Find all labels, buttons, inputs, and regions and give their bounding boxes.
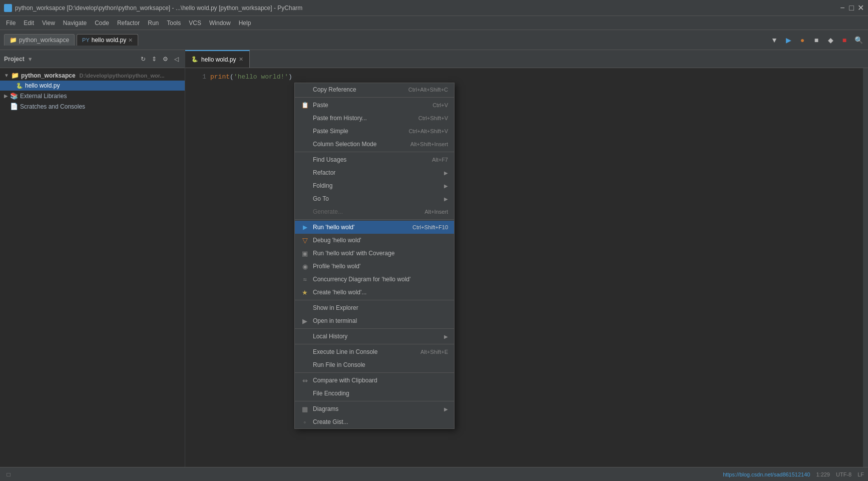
toolbar: 📁 python_worksapce PY hello wold.py ✕ ▼ …: [0, 30, 868, 50]
menu-run[interactable]: Run: [144, 18, 163, 29]
sidebar: Project ▼ ↻ ⇕ ⚙ ◁ ▼ 📁 python_worksapce D…: [0, 50, 185, 467]
close-button[interactable]: ✕: [857, 5, 864, 12]
editor-tabs: 🐍 hello wold.py ✕: [185, 50, 868, 68]
ctx-copy-reference-label: Copy Reference: [313, 86, 404, 93]
gist-ctx-icon: ◦: [301, 418, 309, 426]
maximize-button[interactable]: □: [848, 5, 855, 12]
ctx-file-encoding[interactable]: File Encoding: [295, 387, 454, 400]
run-ctx-icon: ▶: [301, 223, 309, 231]
ctx-run-file-console[interactable]: Run File in Console: [295, 358, 454, 371]
editor-tab-label: hello wold.py: [201, 56, 236, 63]
ctx-local-history[interactable]: Local History ▶: [295, 330, 454, 343]
status-link[interactable]: https://blog.csdn.net/sad861512140: [723, 471, 810, 477]
ctx-sep-3: [295, 219, 454, 220]
editor-tab-file[interactable]: 🐍 hello wold.py ✕: [185, 50, 250, 68]
scratch-icon: 📄: [10, 103, 18, 110]
ctx-run[interactable]: ▶ Run 'hello wold' Ctrl+Shift+F10: [295, 221, 454, 234]
ctx-sep-8: [295, 401, 454, 401]
editor-area: 🐍 hello wold.py ✕ 1 print('hello world!'…: [185, 50, 868, 467]
debug-button[interactable]: ●: [797, 35, 808, 46]
menu-edit[interactable]: Edit: [20, 18, 38, 29]
hide-sidebar-icon[interactable]: ◁: [172, 55, 181, 64]
ctx-diagrams-label: Diagrams: [313, 405, 436, 412]
ctx-create[interactable]: ★ Create 'hello wold'...: [295, 286, 454, 299]
stop-button[interactable]: ■: [839, 35, 850, 46]
ctx-goto[interactable]: Go To ▶: [295, 192, 454, 205]
column-selection-icon: [301, 140, 309, 148]
sync-icon[interactable]: ↻: [139, 55, 148, 64]
ctx-sep-1: [295, 97, 454, 98]
ctx-copy-reference[interactable]: Copy Reference Ctrl+Alt+Shift+C: [295, 83, 454, 96]
paste-simple-icon: [301, 127, 309, 135]
ctx-goto-label: Go To: [313, 195, 436, 202]
close-tab-icon[interactable]: ✕: [128, 37, 133, 44]
goto-arrow-icon: ▶: [444, 196, 448, 202]
tree-item-root-label: python_worksapce: [21, 72, 76, 79]
run-file-console-icon: [301, 361, 309, 369]
ctx-profile[interactable]: ◉ Profile 'hello wold': [295, 260, 454, 273]
diagrams-ctx-icon: ▦: [301, 405, 309, 413]
ctx-paste-label: Paste: [313, 102, 428, 109]
minimize-button[interactable]: −: [839, 5, 846, 12]
terminal-ctx-icon: ▶: [301, 317, 309, 325]
toolbar-tab-workspace[interactable]: 📁 python_worksapce: [4, 34, 75, 46]
ctx-paste[interactable]: 📋 Paste Ctrl+V: [295, 99, 454, 112]
menu-file[interactable]: File: [2, 18, 20, 29]
tree-item-scratches[interactable]: ▶ 📄 Scratches and Consoles: [0, 101, 185, 112]
ctx-diagrams[interactable]: ▦ Diagrams ▶: [295, 402, 454, 415]
status-line-ending: LF: [857, 471, 864, 477]
diagrams-arrow-icon: ▶: [444, 406, 448, 412]
chevron-down-icon[interactable]: ▼: [28, 56, 33, 62]
ctx-find-usages[interactable]: Find Usages Alt+F7: [295, 153, 454, 166]
title-bar: python_worksapce [D:\develop\python\pyth…: [0, 0, 868, 16]
ctx-paste-history[interactable]: Paste from History... Ctrl+Shift+V: [295, 112, 454, 125]
menu-view[interactable]: View: [38, 18, 59, 29]
ctx-create-gist[interactable]: ◦ Create Gist...: [295, 415, 454, 428]
ctx-paste-simple[interactable]: Paste Simple Ctrl+Alt+Shift+V: [295, 125, 454, 138]
menu-tools[interactable]: Tools: [163, 18, 185, 29]
ctx-concurrency[interactable]: ≈ Concurrency Diagram for 'hello wold': [295, 273, 454, 286]
tree-item-file[interactable]: 🐍 hello wold.py: [0, 81, 185, 91]
ctx-execute-line-label: Execute Line in Console: [313, 348, 416, 355]
ctx-refactor[interactable]: Refactor ▶: [295, 166, 454, 179]
ctx-debug[interactable]: ▽ Debug 'hello wold': [295, 234, 454, 247]
ctx-compare-clipboard[interactable]: ⇔ Compare with Clipboard: [295, 374, 454, 387]
tree-item-ext-label: External Libraries: [20, 93, 67, 100]
sidebar-header: Project ▼ ↻ ⇕ ⚙ ◁: [0, 50, 185, 68]
tree-item-root[interactable]: ▼ 📁 python_worksapce D:\develop\python\p…: [0, 70, 185, 81]
search-everywhere-button[interactable]: 🔍: [853, 35, 864, 46]
ctx-folding[interactable]: Folding ▶: [295, 179, 454, 192]
toolbar-tab-file-label: hello wold.py: [92, 37, 126, 44]
menu-window[interactable]: Window: [205, 18, 235, 29]
toolbar-tab-file[interactable]: PY hello wold.py ✕: [77, 34, 138, 46]
editor-content[interactable]: 1 print('hello world!'): [185, 68, 868, 87]
editor-gutter: [863, 68, 868, 467]
menu-vcs[interactable]: VCS: [185, 18, 205, 29]
tree-item-scratch-label: Scratches and Consoles: [20, 103, 85, 110]
close-editor-tab-icon[interactable]: ✕: [239, 56, 243, 63]
coverage-button[interactable]: ■: [811, 35, 822, 46]
ctx-open-terminal[interactable]: ▶ Open in terminal: [295, 314, 454, 327]
expand-all-icon[interactable]: ⇕: [150, 55, 159, 64]
menu-navigate[interactable]: Navigate: [59, 18, 91, 29]
ctx-generate: Generate... Alt+Insert: [295, 205, 454, 218]
tree-item-external-libs[interactable]: ▶ 📚 External Libraries: [0, 91, 185, 101]
menu-help[interactable]: Help: [235, 18, 255, 29]
run-config-dropdown[interactable]: ▼: [769, 35, 780, 46]
ctx-show-explorer[interactable]: Show in Explorer: [295, 301, 454, 314]
ctx-refactor-label: Refactor: [313, 169, 436, 176]
status-expand-icon[interactable]: □: [4, 470, 13, 479]
ctx-create-gist-label: Create Gist...: [313, 418, 444, 425]
settings-icon[interactable]: ⚙: [161, 55, 170, 64]
ctx-concurrency-label: Concurrency Diagram for 'hello wold': [313, 276, 444, 283]
profile-button[interactable]: ◆: [825, 35, 836, 46]
ctx-execute-line[interactable]: Execute Line in Console Alt+Shift+E: [295, 345, 454, 358]
run-button[interactable]: ▶: [783, 35, 794, 46]
ctx-column-selection[interactable]: Column Selection Mode Alt+Shift+Insert: [295, 138, 454, 151]
ctx-run-label: Run 'hello wold': [313, 224, 408, 231]
find-usages-icon: [301, 156, 309, 164]
menu-code[interactable]: Code: [91, 18, 113, 29]
menu-refactor[interactable]: Refactor: [113, 18, 144, 29]
refactor-arrow-icon: ▶: [444, 170, 448, 176]
ctx-run-coverage[interactable]: ▣ Run 'hello wold' with Coverage: [295, 247, 454, 260]
